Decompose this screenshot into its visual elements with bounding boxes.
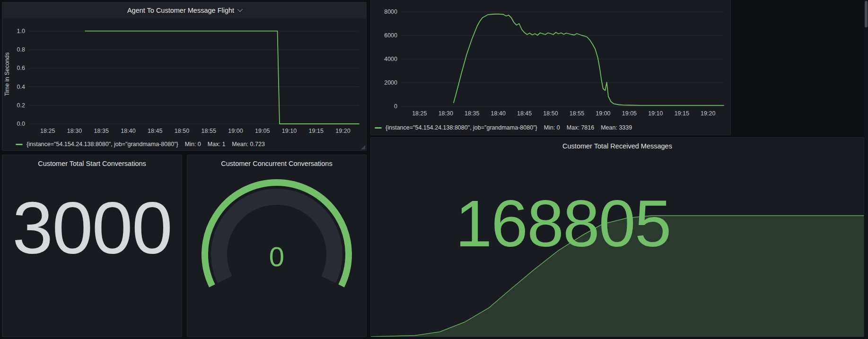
- svg-text:18:40: 18:40: [491, 110, 506, 117]
- flight-time-line-chart[interactable]: 0.00.20.40.60.81.018:2518:3018:3518:4018…: [2, 18, 365, 136]
- panel-agent-to-customer-message-flight: Agent To Customer Message Flight 0.00.20…: [2, 2, 367, 151]
- svg-text:18:25: 18:25: [412, 110, 427, 117]
- line-chart-svg: 0200040006000800018:2518:3018:3518:4018:…: [371, 1, 729, 119]
- scrollbar-thumb[interactable]: [865, 1, 868, 27]
- legend: {instance="54.154.24.138:8080", job="gra…: [16, 141, 265, 148]
- legend-series-swatch[interactable]: [375, 127, 382, 129]
- svg-text:1.0: 1.0: [17, 28, 25, 35]
- svg-text:19:00: 19:00: [596, 110, 610, 117]
- svg-text:0.6: 0.6: [17, 65, 25, 71]
- legend-series-label[interactable]: {instance="54.154.24.138:8080", job="gra…: [26, 141, 178, 148]
- svg-text:18:55: 18:55: [570, 110, 584, 117]
- panel-title[interactable]: Agent To Customer Message Flight: [127, 7, 234, 14]
- message-rate-line-chart[interactable]: 0200040006000800018:2518:3018:3518:4018:…: [371, 1, 729, 119]
- stat-value-received-messages: 168805: [371, 191, 755, 257]
- panel-customer-total-received-messages: Customer Total Received Messages 168805: [370, 137, 864, 337]
- svg-text:18:35: 18:35: [465, 110, 479, 117]
- svg-text:6000: 6000: [384, 32, 397, 39]
- panel-resize-handle[interactable]: [361, 145, 365, 149]
- legend-series-label[interactable]: {instance="54.154.24.138:8080", job="gra…: [386, 124, 537, 131]
- legend: {instance="54.154.24.138:8080", job="gra…: [375, 124, 632, 131]
- grafana-dashboard: Agent To Customer Message Flight 0.00.20…: [0, 0, 868, 339]
- legend-max: Max: 7816: [567, 124, 594, 131]
- svg-text:8000: 8000: [384, 9, 397, 15]
- svg-text:4000: 4000: [384, 56, 397, 62]
- panel-customer-total-start-conversations: Customer Total Start Conversations 3000: [2, 155, 182, 337]
- panel-header[interactable]: Agent To Customer Message Flight: [2, 2, 366, 18]
- scrollbar-track[interactable]: [864, 0, 868, 339]
- gauge-svg: [192, 173, 362, 329]
- svg-text:19:15: 19:15: [309, 128, 324, 134]
- stat-value-start-conversations: 3000: [2, 191, 182, 264]
- legend-min: Min: 0: [544, 124, 560, 131]
- svg-text:19:20: 19:20: [701, 110, 715, 117]
- svg-text:18:30: 18:30: [438, 110, 453, 117]
- svg-text:0.8: 0.8: [17, 46, 25, 53]
- svg-text:18:55: 18:55: [202, 128, 216, 134]
- svg-text:Time in Seconds: Time in Seconds: [4, 52, 10, 96]
- panel-message-rate-chart: 0200040006000800018:2518:3018:3518:4018:…: [370, 0, 731, 135]
- svg-text:19:10: 19:10: [282, 128, 297, 134]
- svg-text:18:45: 18:45: [148, 128, 162, 134]
- svg-text:0.2: 0.2: [17, 102, 25, 109]
- panel-title[interactable]: Customer Total Start Conversations: [2, 155, 182, 167]
- panel-customer-concurrent-conversations: Customer Concurrent Conversations 0: [187, 155, 367, 337]
- legend-mean: Mean: 3339: [601, 124, 632, 131]
- legend-mean: Mean: 0.723: [232, 141, 265, 148]
- svg-text:19:10: 19:10: [648, 110, 663, 117]
- svg-text:18:45: 18:45: [517, 110, 532, 117]
- legend-min: Min: 0: [185, 141, 201, 148]
- panel-title[interactable]: Customer Total Received Messages: [371, 138, 864, 150]
- chevron-down-icon: [237, 6, 243, 11]
- concurrent-conversations-gauge: [192, 173, 362, 329]
- svg-text:19:05: 19:05: [255, 128, 270, 134]
- svg-text:19:15: 19:15: [675, 110, 689, 117]
- svg-text:0.0: 0.0: [17, 121, 25, 127]
- legend-max: Max: 1: [208, 141, 226, 148]
- svg-text:19:05: 19:05: [622, 110, 637, 117]
- line-chart-svg: 0.00.20.40.60.81.018:2518:3018:3518:4018…: [2, 18, 365, 136]
- svg-text:18:30: 18:30: [67, 128, 82, 134]
- svg-text:18:50: 18:50: [175, 128, 189, 134]
- svg-text:18:25: 18:25: [40, 128, 55, 134]
- svg-text:18:50: 18:50: [543, 110, 558, 117]
- svg-text:0.4: 0.4: [17, 84, 25, 90]
- panel-title[interactable]: Customer Concurrent Conversations: [187, 155, 366, 167]
- svg-text:2000: 2000: [384, 79, 397, 86]
- svg-text:18:35: 18:35: [94, 128, 109, 134]
- svg-text:0: 0: [394, 103, 397, 110]
- svg-text:18:40: 18:40: [121, 128, 135, 134]
- svg-text:19:20: 19:20: [335, 128, 350, 134]
- svg-text:19:00: 19:00: [228, 128, 243, 134]
- legend-series-swatch[interactable]: [16, 144, 23, 145]
